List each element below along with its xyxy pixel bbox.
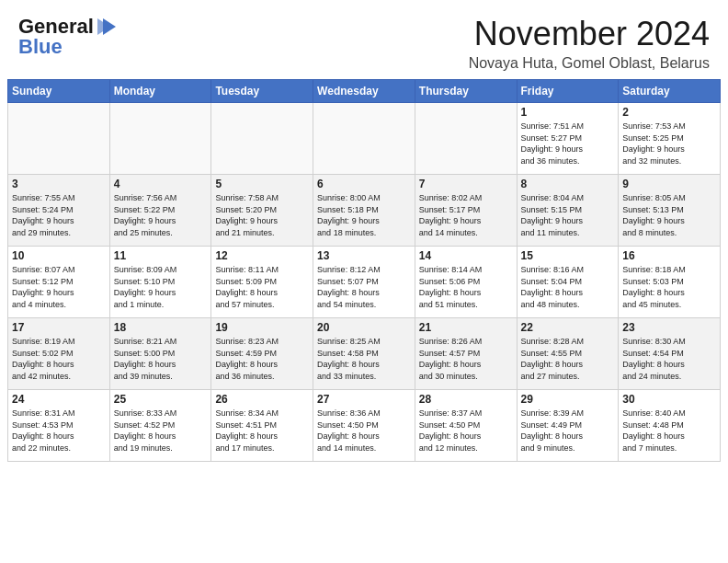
calendar-cell: 26Sunrise: 8:34 AM Sunset: 4:51 PM Dayli… [211,390,313,462]
day-info: Sunrise: 8:05 AM Sunset: 5:13 PM Dayligh… [622,192,716,238]
day-info: Sunrise: 7:55 AM Sunset: 5:24 PM Dayligh… [12,192,106,238]
day-number: 20 [317,321,411,334]
day-info: Sunrise: 7:56 AM Sunset: 5:22 PM Dayligh… [114,192,208,238]
week-row-2: 3Sunrise: 7:55 AM Sunset: 5:24 PM Daylig… [8,175,721,247]
col-header-friday: Friday [517,80,619,103]
day-number: 2 [622,106,716,119]
day-number: 15 [521,249,615,262]
calendar-header-row: SundayMondayTuesdayWednesdayThursdayFrid… [8,80,721,103]
day-info: Sunrise: 8:37 AM Sunset: 4:50 PM Dayligh… [419,408,513,454]
day-info: Sunrise: 8:31 AM Sunset: 4:53 PM Dayligh… [12,408,106,454]
day-info: Sunrise: 8:16 AM Sunset: 5:04 PM Dayligh… [521,264,615,310]
calendar-cell: 2Sunrise: 7:53 AM Sunset: 5:25 PM Daylig… [619,103,721,175]
day-number: 30 [622,393,716,406]
day-number: 24 [12,393,106,406]
calendar-cell: 12Sunrise: 8:11 AM Sunset: 5:09 PM Dayli… [211,247,313,318]
calendar-cell: 11Sunrise: 8:09 AM Sunset: 5:10 PM Dayli… [109,247,211,318]
calendar-cell [415,103,517,175]
logo-text: General Blue [18,15,119,58]
day-info: Sunrise: 8:30 AM Sunset: 4:54 PM Dayligh… [622,336,716,382]
day-number: 14 [419,249,513,262]
calendar-cell: 5Sunrise: 7:58 AM Sunset: 5:20 PM Daylig… [211,175,313,247]
day-info: Sunrise: 8:23 AM Sunset: 4:59 PM Dayligh… [215,336,309,382]
day-info: Sunrise: 8:25 AM Sunset: 4:58 PM Dayligh… [317,336,411,382]
day-number: 29 [521,393,615,406]
col-header-tuesday: Tuesday [211,80,313,103]
day-info: Sunrise: 8:21 AM Sunset: 5:00 PM Dayligh… [114,336,208,382]
calendar-cell: 13Sunrise: 8:12 AM Sunset: 5:07 PM Dayli… [313,247,415,318]
day-info: Sunrise: 7:51 AM Sunset: 5:27 PM Dayligh… [521,121,615,167]
day-info: Sunrise: 8:14 AM Sunset: 5:06 PM Dayligh… [419,264,513,310]
col-header-saturday: Saturday [619,80,721,103]
day-number: 10 [12,249,106,262]
week-row-3: 10Sunrise: 8:07 AM Sunset: 5:12 PM Dayli… [8,247,721,318]
calendar-cell: 7Sunrise: 8:02 AM Sunset: 5:17 PM Daylig… [415,175,517,247]
calendar: SundayMondayTuesdayWednesdayThursdayFrid… [0,79,728,469]
location-subtitle: Novaya Huta, Gomel Oblast, Belarus [469,55,710,72]
calendar-cell: 20Sunrise: 8:25 AM Sunset: 4:58 PM Dayli… [313,318,415,390]
day-info: Sunrise: 8:36 AM Sunset: 4:50 PM Dayligh… [317,408,411,454]
col-header-thursday: Thursday [415,80,517,103]
calendar-cell: 3Sunrise: 7:55 AM Sunset: 5:24 PM Daylig… [8,175,110,247]
day-info: Sunrise: 8:11 AM Sunset: 5:09 PM Dayligh… [215,264,309,310]
day-info: Sunrise: 8:33 AM Sunset: 4:52 PM Dayligh… [114,408,208,454]
calendar-cell: 10Sunrise: 8:07 AM Sunset: 5:12 PM Dayli… [8,247,110,318]
calendar-cell: 22Sunrise: 8:28 AM Sunset: 4:55 PM Dayli… [517,318,619,390]
day-number: 6 [317,178,411,190]
day-number: 19 [215,321,309,334]
week-row-4: 17Sunrise: 8:19 AM Sunset: 5:02 PM Dayli… [8,318,721,390]
day-number: 3 [12,178,106,190]
day-info: Sunrise: 8:39 AM Sunset: 4:49 PM Dayligh… [521,408,615,454]
day-info: Sunrise: 8:12 AM Sunset: 5:07 PM Dayligh… [317,264,411,310]
day-number: 18 [114,321,208,334]
calendar-table: SundayMondayTuesdayWednesdayThursdayFrid… [7,79,721,462]
calendar-cell: 18Sunrise: 8:21 AM Sunset: 5:00 PM Dayli… [109,318,211,390]
logo-icon [96,15,119,39]
day-number: 13 [317,249,411,262]
calendar-cell: 8Sunrise: 8:04 AM Sunset: 5:15 PM Daylig… [517,175,619,247]
day-number: 27 [317,393,411,406]
day-number: 17 [12,321,106,334]
calendar-cell: 24Sunrise: 8:31 AM Sunset: 4:53 PM Dayli… [8,390,110,462]
calendar-cell: 30Sunrise: 8:40 AM Sunset: 4:48 PM Dayli… [619,390,721,462]
day-number: 26 [215,393,309,406]
day-info: Sunrise: 8:02 AM Sunset: 5:17 PM Dayligh… [419,192,513,238]
calendar-cell: 28Sunrise: 8:37 AM Sunset: 4:50 PM Dayli… [415,390,517,462]
day-info: Sunrise: 7:53 AM Sunset: 5:25 PM Dayligh… [622,121,716,167]
calendar-cell: 9Sunrise: 8:05 AM Sunset: 5:13 PM Daylig… [619,175,721,247]
day-number: 4 [114,178,208,190]
page-header: General Blue November 2024 Novaya Huta, … [0,0,728,79]
calendar-cell: 4Sunrise: 7:56 AM Sunset: 5:22 PM Daylig… [109,175,211,247]
day-number: 8 [521,178,615,190]
day-number: 5 [215,178,309,190]
day-number: 22 [521,321,615,334]
day-info: Sunrise: 8:18 AM Sunset: 5:03 PM Dayligh… [622,264,716,310]
day-number: 23 [622,321,716,334]
day-info: Sunrise: 8:00 AM Sunset: 5:18 PM Dayligh… [317,192,411,238]
week-row-5: 24Sunrise: 8:31 AM Sunset: 4:53 PM Dayli… [8,390,721,462]
calendar-cell: 17Sunrise: 8:19 AM Sunset: 5:02 PM Dayli… [8,318,110,390]
day-info: Sunrise: 8:40 AM Sunset: 4:48 PM Dayligh… [622,408,716,454]
day-info: Sunrise: 7:58 AM Sunset: 5:20 PM Dayligh… [215,192,309,238]
calendar-cell: 25Sunrise: 8:33 AM Sunset: 4:52 PM Dayli… [109,390,211,462]
calendar-cell [211,103,313,175]
day-number: 7 [419,178,513,190]
day-number: 1 [521,106,615,119]
calendar-cell: 14Sunrise: 8:14 AM Sunset: 5:06 PM Dayli… [415,247,517,318]
calendar-cell: 21Sunrise: 8:26 AM Sunset: 4:57 PM Dayli… [415,318,517,390]
calendar-cell: 16Sunrise: 8:18 AM Sunset: 5:03 PM Dayli… [619,247,721,318]
day-info: Sunrise: 8:07 AM Sunset: 5:12 PM Dayligh… [12,264,106,310]
logo: General Blue [18,15,119,58]
week-row-1: 1Sunrise: 7:51 AM Sunset: 5:27 PM Daylig… [8,103,721,175]
month-title: November 2024 [469,15,710,53]
day-info: Sunrise: 8:34 AM Sunset: 4:51 PM Dayligh… [215,408,309,454]
calendar-cell: 19Sunrise: 8:23 AM Sunset: 4:59 PM Dayli… [211,318,313,390]
day-number: 9 [622,178,716,190]
day-number: 25 [114,393,208,406]
calendar-cell: 6Sunrise: 8:00 AM Sunset: 5:18 PM Daylig… [313,175,415,247]
calendar-cell: 15Sunrise: 8:16 AM Sunset: 5:04 PM Dayli… [517,247,619,318]
day-info: Sunrise: 8:09 AM Sunset: 5:10 PM Dayligh… [114,264,208,310]
day-number: 28 [419,393,513,406]
title-block: November 2024 Novaya Huta, Gomel Oblast,… [469,15,710,72]
calendar-cell [313,103,415,175]
